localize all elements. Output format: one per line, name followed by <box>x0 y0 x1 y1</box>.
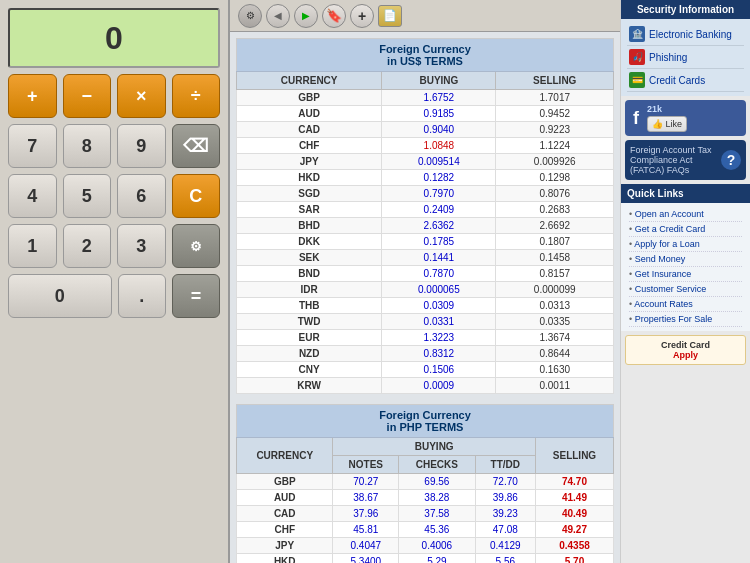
quick-link-item[interactable]: Account Rates <box>629 297 742 312</box>
php-table-body: GBP 70.27 69.56 72.70 74.70 AUD 38.67 38… <box>237 474 614 564</box>
usd-col-selling: SELLING <box>496 72 614 90</box>
calc-8-button[interactable]: 8 <box>63 124 112 168</box>
selling-cell: 0.4358 <box>535 538 613 554</box>
php-terms-table: Foreign Currency in PHP TERMS CURRENCY B… <box>236 404 614 563</box>
usd-terms-table: Foreign Currency in US$ TERMS CURRENCY B… <box>236 38 614 394</box>
buying-cell: 0.9185 <box>382 106 496 122</box>
php-table-title: Foreign Currency in PHP TERMS <box>237 405 614 438</box>
apply-link[interactable]: Apply <box>630 350 741 360</box>
electronic-banking-link[interactable]: 🏦 Electronic Banking <box>627 23 744 46</box>
ttdd-cell: 47.08 <box>475 522 535 538</box>
table-row: BHD 2.6362 2.6692 <box>237 218 614 234</box>
quick-link-item[interactable]: Open an Account <box>629 207 742 222</box>
table-row: GBP 70.27 69.56 72.70 74.70 <box>237 474 614 490</box>
quick-link-item[interactable]: Properties For Sale <box>629 312 742 327</box>
calc-clear-button[interactable]: C <box>172 174 221 218</box>
calc-5-button[interactable]: 5 <box>63 174 112 218</box>
currency-cell: NZD <box>237 346 382 362</box>
calc-row-789: 7 8 9 ⌫ <box>8 124 220 168</box>
table-row: CAD 37.96 37.58 39.23 40.49 <box>237 506 614 522</box>
usd-col-currency: CURRENCY <box>237 72 382 90</box>
quick-link-item[interactable]: Get a Credit Card <box>629 222 742 237</box>
selling-cell: 40.49 <box>535 506 613 522</box>
selling-cell: 0.1458 <box>496 250 614 266</box>
buying-cell: 0.7870 <box>382 266 496 282</box>
calc-add-button[interactable]: + <box>8 74 57 118</box>
currency-cell: BND <box>237 266 382 282</box>
currency-cell: HKD <box>237 554 333 564</box>
currency-cell: THB <box>237 298 382 314</box>
selling-cell: 0.8644 <box>496 346 614 362</box>
calc-0-button[interactable]: 0 <box>8 274 112 318</box>
calc-4-button[interactable]: 4 <box>8 174 57 218</box>
phishing-label: Phishing <box>649 52 687 63</box>
buying-cell: 0.7970 <box>382 186 496 202</box>
banking-icon: 🏦 <box>629 26 645 42</box>
toolbar: ⚙ ◀ ▶ 🔖 + 📄 <box>230 0 620 32</box>
calc-subtract-button[interactable]: − <box>63 74 112 118</box>
buying-cell: 0.0309 <box>382 298 496 314</box>
quick-link-item[interactable]: Send Money <box>629 252 742 267</box>
notes-cell: 37.96 <box>333 506 399 522</box>
facebook-like-button[interactable]: 👍 Like <box>647 116 687 132</box>
calc-2-button[interactable]: 2 <box>63 224 112 268</box>
calc-settings-button[interactable]: ⚙ <box>172 224 221 268</box>
facebook-box: f 21k 👍 Like <box>625 100 746 136</box>
calc-7-button[interactable]: 7 <box>8 124 57 168</box>
selling-cell: 0.1630 <box>496 362 614 378</box>
calc-backspace-button[interactable]: ⌫ <box>172 124 221 168</box>
ttdd-cell: 5.56 <box>475 554 535 564</box>
document-button[interactable]: 📄 <box>378 5 402 27</box>
calc-3-button[interactable]: 3 <box>117 224 166 268</box>
notes-cell: 5.3400 <box>333 554 399 564</box>
notes-cell: 45.81 <box>333 522 399 538</box>
table-row: TWD 0.0331 0.0335 <box>237 314 614 330</box>
buying-cell: 0.9040 <box>382 122 496 138</box>
currency-cell: JPY <box>237 538 333 554</box>
quick-link-item[interactable]: Get Insurance <box>629 267 742 282</box>
php-title-line1: Foreign Currency <box>379 409 471 421</box>
calc-9-button[interactable]: 9 <box>117 124 166 168</box>
currency-cell: AUD <box>237 490 333 506</box>
calc-multiply-button[interactable]: × <box>117 74 166 118</box>
php-col-notes: NOTES <box>333 456 399 474</box>
currency-cell: GBP <box>237 474 333 490</box>
table-row: EUR 1.3223 1.3674 <box>237 330 614 346</box>
php-title-line2: in PHP TERMS <box>387 421 464 433</box>
fatca-question-icon: ? <box>721 150 741 170</box>
quick-link-item[interactable]: Customer Service <box>629 282 742 297</box>
table-row: IDR 0.000065 0.000099 <box>237 282 614 298</box>
selling-cell: 0.1298 <box>496 170 614 186</box>
currency-cell: CNY <box>237 362 382 378</box>
buying-cell: 1.3223 <box>382 330 496 346</box>
currency-cell: AUD <box>237 106 382 122</box>
ttdd-cell: 0.4129 <box>475 538 535 554</box>
currency-cell: CHF <box>237 138 382 154</box>
table-row: JPY 0.009514 0.009926 <box>237 154 614 170</box>
buying-cell: 0.0009 <box>382 378 496 394</box>
phishing-link[interactable]: 🎣 Phishing <box>627 46 744 69</box>
currency-cell: CHF <box>237 522 333 538</box>
calc-equals-button[interactable]: = <box>172 274 220 318</box>
calc-6-button[interactable]: 6 <box>117 174 166 218</box>
back-button[interactable]: ◀ <box>266 4 290 28</box>
quick-link-item[interactable]: Apply for a Loan <box>629 237 742 252</box>
usd-col-buying: BUYING <box>382 72 496 90</box>
calc-1-button[interactable]: 1 <box>8 224 57 268</box>
notes-cell: 38.67 <box>333 490 399 506</box>
calc-dot-button[interactable]: . <box>118 274 166 318</box>
gear-icon[interactable]: ⚙ <box>238 4 262 28</box>
buying-cell: 0.0331 <box>382 314 496 330</box>
add-tab-button[interactable]: + <box>350 4 374 28</box>
php-col-ttdd: TT/DD <box>475 456 535 474</box>
calc-divide-button[interactable]: ÷ <box>172 74 221 118</box>
credit-cards-link[interactable]: 💳 Credit Cards <box>627 69 744 92</box>
selling-cell: 0.009926 <box>496 154 614 170</box>
fatca-box[interactable]: Foreign Account Tax Compliance Act (FATC… <box>625 140 746 180</box>
checks-cell: 37.58 <box>399 506 475 522</box>
credit-card-apply: Credit Card Apply <box>625 335 746 365</box>
selling-cell: 0.9223 <box>496 122 614 138</box>
selling-cell: 74.70 <box>535 474 613 490</box>
bookmark-button[interactable]: 🔖 <box>322 4 346 28</box>
play-button[interactable]: ▶ <box>294 4 318 28</box>
